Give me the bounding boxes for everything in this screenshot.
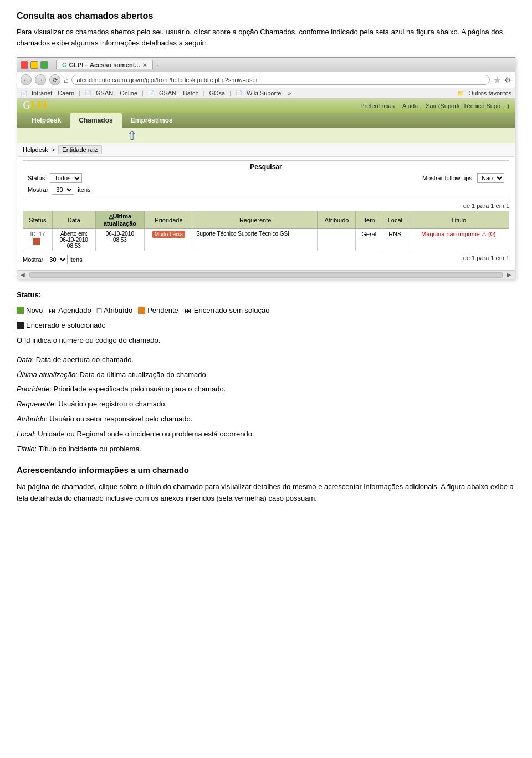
novo-label: Novo: [26, 305, 43, 317]
help-link[interactable]: Ajuda: [402, 103, 418, 109]
other-bookmarks-icon: 📁: [457, 90, 464, 96]
glpi-logo: GLPI: [23, 100, 47, 111]
show-label-bottom: Mostrar: [23, 256, 43, 263]
agendado-label: Agendado: [58, 305, 91, 317]
show-left: Mostrar 30 itens: [28, 185, 91, 195]
search-row: Status: Todos Mostrar follow-ups: Não: [28, 173, 504, 183]
update-time: 08:53: [113, 237, 127, 243]
legend-novo: Novo: [17, 305, 43, 317]
nav-chamados[interactable]: Chamados: [70, 113, 121, 128]
active-tab[interactable]: G GLPI – Acesso soment... ✕: [56, 60, 153, 69]
ticket-id: ID: 17: [30, 231, 45, 237]
forward-button[interactable]: →: [35, 74, 46, 85]
agendado-icon: ⏭: [48, 304, 56, 317]
cell-atribuido: [318, 229, 356, 251]
followup-select[interactable]: Não: [477, 173, 504, 183]
nav-helpdesk[interactable]: Helpdesk: [23, 113, 70, 128]
url-bar[interactable]: [71, 75, 490, 85]
glpi-favicon: G: [62, 62, 67, 68]
logout-link[interactable]: Sair (Suporte Técnico Supo ...): [426, 103, 509, 109]
nav-emprestimos[interactable]: Empréstimos: [122, 113, 182, 128]
bookmark-gosa[interactable]: GOsa: [209, 90, 225, 96]
pagination-bottom: de 1 para 1 em 1: [463, 255, 509, 263]
other-bookmarks[interactable]: Outros favoritos: [468, 90, 511, 96]
desc-prioridade: Prioridade: Prioridade especificada pelo…: [17, 384, 515, 395]
glpi-content: Pesquisar Status: Todos Mostrar follow-u…: [17, 157, 515, 270]
update-date: 06-10-2010: [106, 231, 134, 237]
priority-badge: Muito baixa: [152, 231, 185, 238]
refresh-button[interactable]: ⟳: [49, 74, 60, 85]
scroll-left-button[interactable]: ◀: [21, 272, 25, 278]
titulo-suffix: (0): [488, 231, 495, 237]
bookmark-wiki[interactable]: Wiki Suporte: [247, 90, 281, 96]
date-value: 06-10-2010: [60, 237, 88, 243]
status-select[interactable]: Todos: [50, 173, 82, 183]
legend-atribuido: □ Atribuído: [97, 304, 133, 317]
search-section: Pesquisar Status: Todos Mostrar follow-u…: [23, 160, 509, 199]
col-ultima-atualizacao[interactable]: △Últimaatualização: [95, 211, 144, 229]
cell-local: RNS: [382, 229, 408, 251]
bookmark-star-icon[interactable]: ★: [493, 75, 501, 85]
bottom-controls: Mostrar 30 itens de 1 para 1 em 1: [23, 255, 509, 264]
cell-data: Aberto em: 06-10-2010 08:53: [52, 229, 95, 251]
arrow-indicator-area: ⇧: [17, 128, 515, 143]
col-atribuido: Atribuído: [318, 211, 356, 229]
followup-label: Mostrar follow-ups:: [422, 175, 474, 181]
show-select-bottom[interactable]: 30: [45, 255, 68, 264]
breadcrumb-sep: >: [52, 146, 55, 153]
preferences-link[interactable]: Preferências: [360, 103, 395, 109]
tab-close-icon[interactable]: ✕: [142, 62, 147, 68]
cell-priority: Muito baixa: [144, 229, 193, 251]
atribuido-label: Atribuído: [104, 305, 132, 317]
arrow-up-icon: ⇧: [127, 129, 137, 143]
bookmarks-bar: 📄 Intranet - Caern | 📄 GSAN – Online | 📄…: [17, 88, 515, 99]
window-controls: [21, 61, 48, 69]
table-header-row: Status Data △Últimaatualização Prioridad…: [23, 211, 509, 229]
show-select[interactable]: 30: [52, 185, 74, 195]
show-row: Mostrar 30 itens: [28, 185, 504, 195]
search-left: Status: Todos: [28, 173, 82, 183]
tab-label: GLPI – Acesso soment...: [69, 62, 140, 68]
bookmark-wiki-icon: 📄: [236, 90, 242, 96]
browser-window: G GLPI – Acesso soment... ✕ + ← → ⟳ ⌂ ★ …: [17, 57, 515, 279]
home-button[interactable]: ⌂: [64, 75, 68, 84]
show-bottom-row: Mostrar 30 itens: [23, 255, 83, 264]
intro-paragraph: Para visualizar os chamados abertos pelo…: [17, 27, 515, 48]
bookmark-intranet[interactable]: Intranet - Caern: [32, 90, 74, 96]
breadcrumb-helpdesk[interactable]: Helpdesk: [23, 146, 48, 153]
back-button[interactable]: ←: [21, 74, 32, 85]
acrescentando-heading: Acrescentando informações a um chamado: [17, 464, 515, 477]
desc-requerente: Requerente: Usuário que registrou o cham…: [17, 399, 515, 410]
glpi-topbar: GLPI Preferências Ajuda Sair (Suporte Té…: [17, 99, 515, 113]
encerrado-sem-label: Encerrado sem solução: [194, 305, 270, 317]
bookmark-gsan-online[interactable]: GSAN – Online: [96, 90, 137, 96]
minimize-button[interactable]: [30, 61, 38, 69]
breadcrumb-entity: Entidade raiz: [58, 145, 101, 154]
status-icon: [33, 238, 40, 245]
local-value: RNS: [388, 231, 401, 237]
legend-encerrado-sem-solucao: ⏭ Encerrado sem solução: [184, 304, 270, 317]
col-status: Status: [23, 211, 53, 229]
maximize-button[interactable]: [40, 61, 48, 69]
desc-titulo: Título: Título do incidente ou problema.: [17, 444, 515, 455]
bookmark-gsan-online-icon: 📄: [85, 90, 91, 96]
pagination-top: de 1 para 1 em 1: [23, 202, 509, 209]
cell-titulo: Máquina não imprime ⚠ (0): [408, 229, 509, 251]
atribuido-icon: □: [97, 304, 101, 317]
cell-item: Geral: [356, 229, 382, 251]
horizontal-scrollbar[interactable]: [29, 272, 503, 278]
title-bar: G GLPI – Acesso soment... ✕ +: [17, 58, 515, 72]
titulo-link[interactable]: Máquina não imprime ⚠ (0): [421, 231, 495, 237]
bookmarks-more-button[interactable]: »: [288, 90, 291, 96]
field-descriptions: Data: Data de abertura do chamado. Últim…: [17, 354, 515, 455]
scroll-right-button[interactable]: ▶: [507, 272, 511, 278]
search-right: Mostrar follow-ups: Não: [422, 173, 504, 183]
bookmark-gsan-batch[interactable]: GSAN – Batch: [159, 90, 199, 96]
page-title: Consulta aos chamados abertos: [17, 11, 515, 21]
close-button[interactable]: [21, 61, 28, 69]
legend-row-2: Encerrado e solucionado: [17, 320, 515, 332]
status-label: Status:: [28, 175, 47, 181]
tools-icon[interactable]: ⚙: [504, 75, 511, 84]
new-tab-button[interactable]: +: [155, 60, 160, 69]
col-data: Data: [52, 211, 95, 229]
